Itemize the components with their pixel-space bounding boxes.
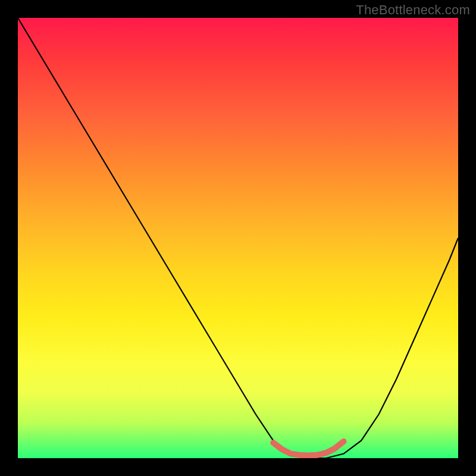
plot-area: [18, 18, 458, 458]
bottleneck-curve-path: [18, 18, 458, 458]
chart-svg: [18, 18, 458, 458]
attribution-text: TheBottleneck.com: [356, 2, 470, 18]
chart-container: TheBottleneck.com: [0, 0, 476, 476]
optimal-marker-path: [273, 441, 343, 456]
